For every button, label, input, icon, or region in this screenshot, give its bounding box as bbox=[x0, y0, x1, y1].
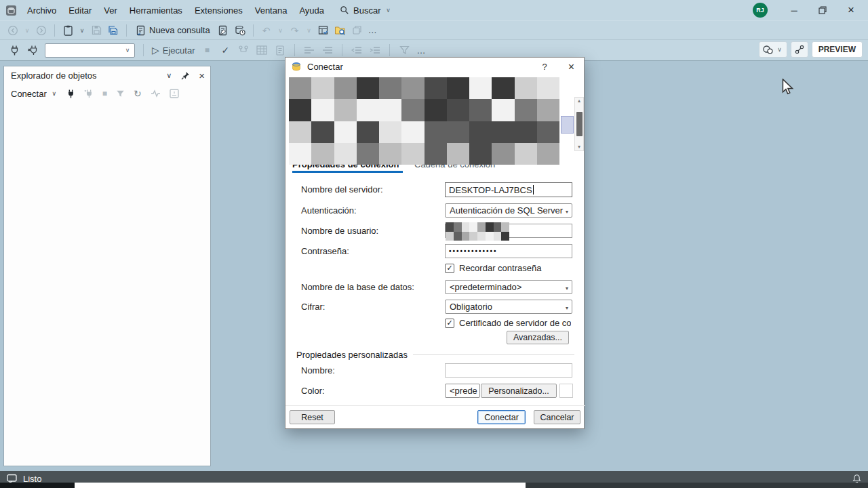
object-explorer-toolbar: Conectar ∨ ■ ↻ bbox=[4, 84, 210, 103]
folder-search-button[interactable] bbox=[334, 24, 347, 37]
user-name-input[interactable] bbox=[445, 224, 572, 238]
new-file-chevron[interactable]: ∨ bbox=[79, 27, 85, 34]
database-selector-combobox[interactable]: ∨ bbox=[45, 43, 135, 58]
scripting-options-icon[interactable] bbox=[170, 89, 179, 98]
toolbar-separator bbox=[253, 24, 254, 37]
menu-editar[interactable]: Editar bbox=[62, 5, 98, 16]
disconnect-icon[interactable] bbox=[84, 89, 94, 99]
menu-ver[interactable]: Ver bbox=[98, 5, 123, 16]
chevron-down-icon: ∨ bbox=[776, 46, 783, 53]
refresh-icon[interactable]: ↻ bbox=[134, 89, 142, 98]
custom-name-input[interactable] bbox=[445, 363, 572, 378]
window-layout-button[interactable] bbox=[351, 24, 363, 37]
connect-object-explorer-icon[interactable] bbox=[66, 89, 75, 99]
query-options-icon[interactable] bbox=[237, 43, 250, 57]
bottom-strip-progress bbox=[75, 483, 526, 488]
redo-button[interactable]: ↷ bbox=[289, 24, 301, 37]
save-button[interactable] bbox=[90, 24, 102, 37]
avatar[interactable]: RJ bbox=[753, 3, 768, 18]
remember-password-checkbox[interactable]: ✓ Recordar contraseña bbox=[445, 263, 572, 273]
results-grid-icon[interactable] bbox=[256, 43, 268, 57]
selected-tab-underline bbox=[292, 171, 403, 173]
copilot-button[interactable]: ∨ bbox=[759, 41, 787, 58]
new-file-button[interactable] bbox=[62, 24, 74, 37]
link-icon bbox=[795, 45, 804, 54]
stop-button[interactable]: ■ bbox=[201, 43, 213, 57]
menu-ventana[interactable]: Ventana bbox=[249, 5, 294, 16]
menu-ayuda[interactable]: Ayuda bbox=[293, 5, 330, 16]
database-select[interactable]: <predeterminado> ▾ bbox=[445, 280, 572, 294]
encrypt-select[interactable]: Obligatorio ▾ bbox=[445, 300, 572, 314]
redacted-server-list bbox=[289, 77, 559, 165]
compare-connections-button[interactable] bbox=[791, 41, 808, 58]
panel-options-chevron[interactable]: ∨ bbox=[165, 71, 172, 80]
custom-color-select[interactable]: <prede bbox=[445, 384, 480, 398]
titlebar-right: RJ ─ × bbox=[753, 0, 868, 20]
toolbar-overflow-button[interactable]: … bbox=[368, 25, 378, 35]
chevron-down-icon: ∨ bbox=[124, 47, 131, 54]
database-history-button[interactable] bbox=[234, 24, 246, 37]
table-designer-button[interactable] bbox=[317, 24, 330, 37]
database-row: Nombre de la base de datos: <predetermin… bbox=[285, 280, 585, 296]
close-window-button[interactable]: × bbox=[837, 0, 865, 20]
connect-button[interactable]: Conectar bbox=[477, 410, 526, 424]
menu-herramientas[interactable]: Herramientas bbox=[123, 5, 189, 16]
save-all-button[interactable] bbox=[107, 24, 119, 37]
chevron-down-icon: ∨ bbox=[51, 90, 58, 97]
toolbar-separator bbox=[54, 24, 55, 37]
server-list-scrollbar[interactable]: ▴ ▾ bbox=[574, 97, 584, 151]
back-history-chevron[interactable]: ∨ bbox=[24, 27, 31, 34]
play-icon: ▷ bbox=[152, 45, 159, 55]
toolbar-overflow-button[interactable]: … bbox=[416, 45, 426, 56]
search-control[interactable]: Buscar ∨ bbox=[340, 5, 391, 16]
preview-badge[interactable]: PREVIEW bbox=[812, 41, 863, 58]
change-connection-icon[interactable] bbox=[26, 43, 39, 57]
undo-button[interactable]: ↶ bbox=[260, 24, 273, 37]
close-dialog-button[interactable]: × bbox=[568, 61, 574, 73]
indent-decrease-icon[interactable] bbox=[351, 43, 363, 57]
reset-button[interactable]: Reset bbox=[290, 410, 335, 424]
scroll-down-arrow[interactable]: ▾ bbox=[578, 144, 580, 150]
remember-password-label: Recordar contraseña bbox=[459, 263, 541, 273]
scroll-up-arrow[interactable]: ▴ bbox=[578, 98, 580, 104]
connect-plug-icon[interactable] bbox=[8, 43, 20, 57]
object-explorer-connect-button[interactable]: Conectar ∨ bbox=[11, 89, 58, 99]
uncomment-lines-icon[interactable] bbox=[321, 43, 334, 57]
server-name-input[interactable]: DESKTOP-LAJ7BCS bbox=[445, 182, 572, 197]
filter-rows-icon[interactable] bbox=[398, 43, 410, 57]
cancel-button[interactable]: Cancelar bbox=[534, 410, 580, 424]
comment-lines-icon[interactable] bbox=[303, 43, 315, 57]
color-swatch[interactable] bbox=[559, 384, 573, 398]
authentication-select[interactable]: Autenticación de SQL Server ▾ bbox=[445, 203, 572, 218]
help-button[interactable]: ? bbox=[542, 62, 547, 72]
redacted-username bbox=[446, 222, 509, 241]
new-query-label: Nueva consulta bbox=[149, 25, 210, 35]
trust-certificate-checkbox[interactable]: ✓ Certificado de servidor de co bbox=[445, 318, 572, 328]
activity-monitor-icon[interactable] bbox=[151, 89, 161, 98]
restore-button[interactable] bbox=[808, 0, 837, 20]
scrollbar-thumb[interactable] bbox=[576, 112, 583, 136]
indent-increase-icon[interactable] bbox=[369, 43, 381, 57]
custom-color-button[interactable]: Personalizado... bbox=[481, 384, 557, 398]
advanced-button[interactable]: Avanzadas... bbox=[507, 331, 569, 344]
dialog-title-bar[interactable]: Conectar ? × bbox=[285, 58, 584, 76]
pin-icon[interactable] bbox=[181, 71, 190, 80]
results-file-icon[interactable] bbox=[274, 43, 286, 57]
menu-extensiones[interactable]: Extensiones bbox=[189, 5, 249, 16]
open-query-file-button[interactable] bbox=[217, 24, 229, 37]
navigate-forward-button[interactable] bbox=[35, 24, 47, 37]
stop-icon[interactable]: ■ bbox=[102, 89, 107, 98]
undo-chevron[interactable]: ∨ bbox=[277, 27, 284, 34]
navigate-back-button[interactable] bbox=[7, 24, 19, 37]
parse-check-button[interactable]: ✓ bbox=[219, 43, 231, 57]
password-input[interactable]: ••••••••••••• bbox=[445, 244, 572, 258]
new-query-button[interactable]: Nueva consulta bbox=[134, 24, 212, 37]
menu-archivo[interactable]: Archivo bbox=[21, 5, 62, 16]
chevron-down-icon: ∨ bbox=[385, 7, 392, 14]
close-panel-button[interactable]: × bbox=[199, 70, 205, 81]
minimize-button[interactable]: ─ bbox=[780, 0, 808, 20]
redo-chevron[interactable]: ∨ bbox=[306, 27, 313, 34]
object-explorer-header: Explorador de objetos ∨ × bbox=[4, 66, 210, 84]
execute-button[interactable]: ▷ Ejecutar bbox=[152, 45, 195, 56]
filter-icon[interactable] bbox=[116, 89, 125, 98]
